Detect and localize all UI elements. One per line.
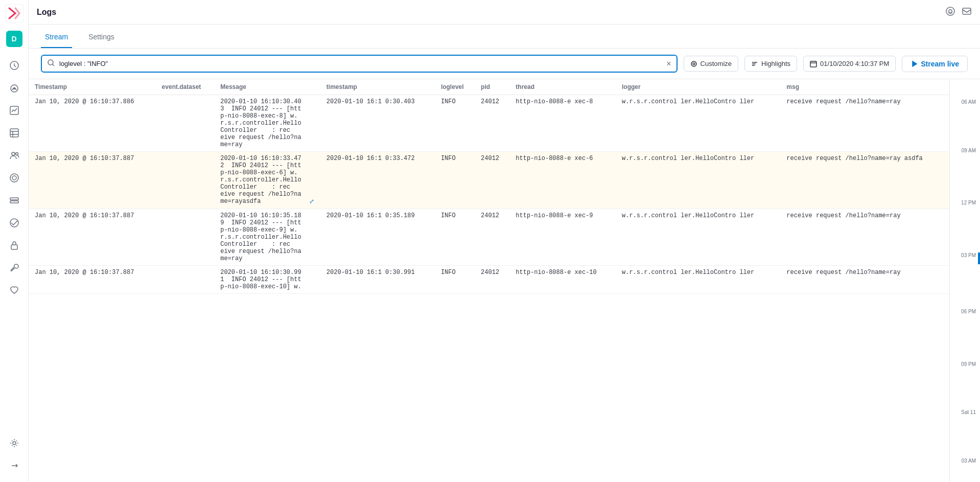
search-icon xyxy=(47,59,55,68)
sidebar-item-settings[interactable] xyxy=(4,433,25,453)
sidebar-item-chart[interactable] xyxy=(4,100,25,121)
sidebar-item-clock[interactable] xyxy=(4,55,25,76)
highlights-button[interactable]: Highlights xyxy=(744,56,797,72)
tab-stream[interactable]: Stream xyxy=(41,25,72,48)
sidebar-item-gauge[interactable] xyxy=(4,78,25,98)
svg-point-9 xyxy=(12,152,15,155)
svg-rect-5 xyxy=(10,129,18,137)
timeline-label: 06 PM xyxy=(961,309,980,314)
toolbar: × Customize Highlights 01/10/2020 4:10:3… xyxy=(29,49,980,79)
log-container: Timestamp event.dataset Message timestam… xyxy=(29,79,980,482)
col-message: Message xyxy=(214,79,320,95)
sidebar: D xyxy=(0,0,29,482)
main-content: Logs Stream Settings × Customize xyxy=(29,0,980,482)
search-clear-button[interactable]: × xyxy=(666,60,671,68)
col-msg: msg xyxy=(780,79,949,95)
svg-rect-14 xyxy=(10,201,18,203)
search-input[interactable] xyxy=(59,60,662,67)
col-logger: logger xyxy=(616,79,780,95)
timeline-label: 03 PM xyxy=(961,253,980,258)
timeline-label: 03 AM xyxy=(962,458,980,464)
sidebar-item-layers[interactable] xyxy=(4,123,25,143)
svg-rect-23 xyxy=(810,61,816,67)
sidebar-item-check[interactable] xyxy=(4,213,25,233)
timeline-position-bar xyxy=(978,253,980,265)
tabs-bar: Stream Settings xyxy=(29,25,980,49)
col-timestamp2: timestamp xyxy=(320,79,435,95)
sidebar-item-tag[interactable] xyxy=(4,168,25,188)
svg-rect-19 xyxy=(963,8,971,14)
svg-point-17 xyxy=(13,442,16,445)
col-pid: pid xyxy=(475,79,509,95)
log-table: Timestamp event.dataset Message timestam… xyxy=(29,79,949,294)
table-row[interactable]: Jan 10, 2020 @ 16:10:37.8872020-01-10 16… xyxy=(29,266,949,294)
topbar-actions xyxy=(945,6,972,18)
sidebar-item-wrench[interactable] xyxy=(4,258,25,278)
customize-button[interactable]: Customize xyxy=(684,56,738,72)
timeline-label: 09 PM xyxy=(961,361,980,367)
expand-icon[interactable]: ⤢ xyxy=(309,198,314,205)
svg-rect-16 xyxy=(11,245,17,249)
col-event-dataset: event.dataset xyxy=(156,79,215,95)
svg-point-10 xyxy=(15,153,18,155)
svg-point-3 xyxy=(13,88,15,89)
svg-point-11 xyxy=(10,174,18,182)
timeline-label: 06 AM xyxy=(962,99,980,105)
col-timestamp: Timestamp xyxy=(29,79,156,95)
col-loglevel: loglevel xyxy=(435,79,475,95)
topbar: Logs xyxy=(29,0,980,25)
stream-live-button[interactable]: Stream live xyxy=(902,56,968,72)
svg-marker-24 xyxy=(913,61,917,66)
timeline-label: 09 AM xyxy=(962,148,980,153)
table-row[interactable]: Jan 10, 2020 @ 16:10:37.8862020-01-10 16… xyxy=(29,95,949,152)
timeline-label: 12 PM xyxy=(961,200,980,205)
tab-settings[interactable]: Settings xyxy=(84,25,119,48)
svg-point-22 xyxy=(693,63,695,65)
sidebar-item-lock[interactable] xyxy=(4,235,25,256)
svg-point-21 xyxy=(691,61,696,66)
sidebar-item-arrow[interactable] xyxy=(4,455,25,476)
date-range-picker[interactable]: 01/10/2020 4:10:37 PM xyxy=(803,56,896,72)
table-row[interactable]: Jan 10, 2020 @ 16:10:37.8872020-01-10 16… xyxy=(29,152,949,209)
app-logo[interactable] xyxy=(5,4,24,22)
svg-rect-13 xyxy=(10,198,18,200)
user-avatar[interactable]: D xyxy=(6,31,22,47)
search-box: × xyxy=(41,55,678,73)
svg-point-18 xyxy=(946,7,954,15)
svg-point-12 xyxy=(12,176,16,180)
mail-icon[interactable] xyxy=(962,6,972,18)
notifications-icon[interactable] xyxy=(945,6,955,18)
table-row[interactable]: Jan 10, 2020 @ 16:10:37.8872020-01-10 16… xyxy=(29,209,949,266)
timeline: 06 AM09 AM12 PM03 PM06 PM09 PMSat 1103 A… xyxy=(949,79,980,482)
sidebar-item-stack[interactable] xyxy=(4,190,25,211)
timeline-label: Sat 11 xyxy=(961,409,980,415)
sidebar-item-heart[interactable] xyxy=(4,280,25,301)
col-thread: thread xyxy=(509,79,616,95)
log-table-wrap[interactable]: Timestamp event.dataset Message timestam… xyxy=(29,79,949,482)
sidebar-item-users[interactable] xyxy=(4,145,25,166)
page-title: Logs xyxy=(37,8,56,17)
